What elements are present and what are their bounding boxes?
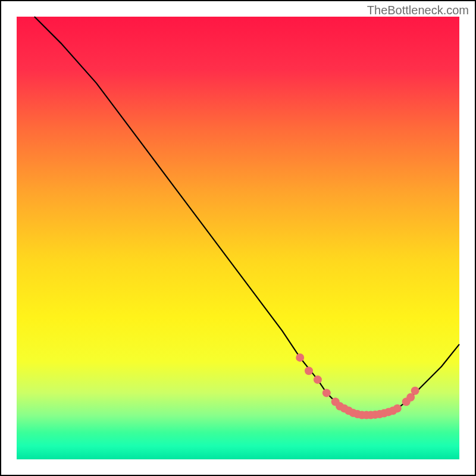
marker-dot (411, 387, 419, 395)
chart-container (0, 0, 476, 476)
chart-svg (0, 0, 476, 476)
marker-dot (393, 404, 402, 412)
plot-background (17, 17, 459, 459)
marker-dot (296, 353, 304, 362)
watermark-text: TheBottleneck.com (367, 4, 469, 17)
marker-dot (305, 367, 313, 375)
marker-dot (322, 389, 331, 397)
marker-dot (314, 375, 322, 384)
